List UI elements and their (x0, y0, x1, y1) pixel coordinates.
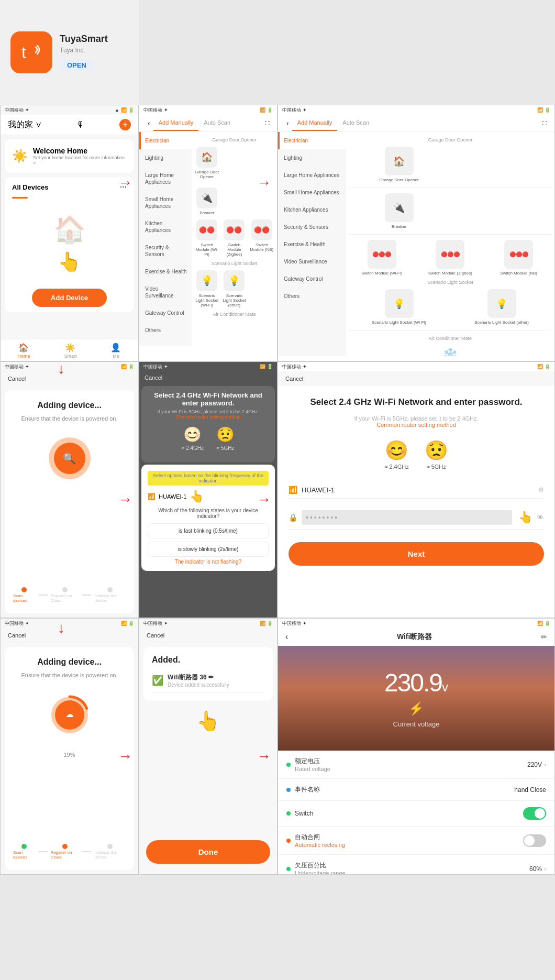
cancel-r2c2-top[interactable]: Cancel (139, 371, 277, 384)
detail-row-switch[interactable]: Switch (278, 801, 554, 827)
step-scan: Scan devices. (13, 587, 36, 603)
cancel-btn-r2c1[interactable]: Cancel (8, 376, 26, 382)
eye-icon-pw[interactable]: 👁 (537, 513, 544, 522)
section-garage-large: Garage Door Opener (349, 135, 551, 145)
device-scenario-wifi[interactable]: 💡 Scenario Light Socket (Wi-Fi) (195, 270, 219, 307)
wifi-right-hint: If your Wi-Fi is 5GHz, please set it to … (288, 415, 544, 428)
wifi-hint-text: If your Wi-Fi is 5GHz, please set it to … (354, 415, 478, 422)
device-breaker[interactable]: 🔌 Breaker (195, 188, 219, 215)
device-swzigbee-large[interactable]: 🔴🔴🔴 Switch Module (Zigbee) (418, 240, 483, 276)
edit-btn-detail[interactable]: ✏ (541, 633, 547, 641)
cat-kitchen-large[interactable]: Kitchen Appliances (278, 201, 346, 218)
freq-sel-good[interactable]: 😊 ≈ 2.4GHz (384, 439, 408, 470)
cat-gateway[interactable]: Gateway Control (139, 304, 192, 322)
step-register-r3c1: Register on Cloud (51, 844, 80, 860)
cancel-btn-r3c2[interactable]: Cancel (147, 632, 164, 638)
wifi-select-screen: 中国移动 ✦ 📶🔋 Cancel Select 2.4 GHz Wi-Fi Ne… (139, 361, 278, 618)
all-devices-title: All Devices (12, 183, 48, 191)
cat-others[interactable]: Others (139, 322, 192, 339)
add-device-button[interactable]: Add Device (32, 289, 107, 307)
tab-auto-scan[interactable]: Auto Scan (198, 115, 236, 131)
cat-exercise-large[interactable]: Exercise & Health (278, 236, 346, 253)
device-breaker-large[interactable]: 🔌 Breaker (349, 193, 449, 229)
add-icon[interactable]: + (119, 119, 131, 130)
wifi-network-row: 📶 HUAWEI-1 ⚙ (288, 481, 544, 499)
sun-icon: ☀️ (12, 149, 28, 163)
device-switch-nb[interactable]: 🔴🔴 Switch Module (NB) (250, 219, 274, 257)
home-selector[interactable]: 我的家 ∨ (8, 119, 42, 130)
chevron-rated: › (544, 761, 546, 768)
cat-small-home-large[interactable]: Small Home Appliances (278, 184, 346, 201)
auto-reclosing-toggle[interactable] (523, 834, 546, 847)
step-line1 (39, 594, 48, 596)
switch-cn: Switch (295, 810, 313, 817)
freq-bad-bg: 😟 ≈ 5GHz (216, 426, 235, 451)
device-swwifi-large[interactable]: 🔴🔴🔴 Switch Module (Wi-Fi) (349, 240, 415, 276)
cancel-btn-r2c3[interactable]: Cancel (285, 376, 303, 382)
step-dot-reg-r3c1 (62, 844, 68, 849)
cat-large-home-large[interactable]: Large Home Appliances (278, 167, 346, 184)
device-switch-wifi[interactable]: 🔴🔴 Switch Module (Wi-Fi) (195, 219, 219, 257)
dot-event (286, 788, 291, 792)
cat-large-home[interactable]: Large Home Appliances (139, 167, 192, 191)
device-scenario-other[interactable]: 💡 Scenario Light Socket (other) (222, 270, 246, 307)
panel-tabs-large: ‹ Add Manually Auto Scan ⛶ (278, 115, 554, 132)
tab-scan-large[interactable]: Auto Scan (337, 115, 374, 131)
device-garage-large[interactable]: 🏠 Garage Door Opener (349, 147, 449, 182)
cat-lighting[interactable]: Lighting (139, 149, 192, 167)
device-list-large: Garage Door Opener 🏠 Garage Door Opener … (346, 132, 554, 356)
wifi-name-r2c3: HUAWEI-1 (302, 486, 335, 494)
tab-manual-large[interactable]: Add Manually (292, 115, 338, 131)
cat-security-large[interactable]: Security & Sensors (278, 218, 346, 236)
done-button[interactable]: Done (146, 840, 270, 864)
all-devices-section: All Devices ··· 🏠 👆 Add Device (5, 177, 134, 312)
back-button-r1c2[interactable]: ‹ (145, 115, 153, 131)
back-button-r1c3[interactable]: ‹ (283, 115, 292, 131)
open-button[interactable]: OPEN (60, 59, 94, 71)
back-btn-detail[interactable]: ‹ (285, 632, 288, 642)
cancel-btn-r3c1[interactable]: Cancel (8, 632, 26, 638)
fullscreen-icon[interactable]: ⛶ (263, 116, 272, 130)
blink-fast-option[interactable]: is fast blinking (0.5s/time) (148, 523, 269, 538)
cat-lighting-large[interactable]: Lighting (278, 149, 346, 167)
nav-home[interactable]: 🏠 Home (17, 343, 30, 359)
cat-gateway-large[interactable]: Gateway Control (278, 270, 346, 288)
mic-icon[interactable]: 🎙 (76, 120, 85, 129)
hand-icon-pw: 👆 (518, 511, 532, 524)
nav-smart[interactable]: ☀️ Smart (64, 343, 76, 359)
detail-row-auto[interactable]: 自动合闸 Automatic reclosing (278, 827, 554, 855)
sad-emoji: 😟 (425, 439, 448, 461)
cat-exercise[interactable]: Exercise & Health (139, 263, 192, 280)
cat-others-large[interactable]: Others (278, 288, 346, 305)
device-swnb-large[interactable]: 🔴🔴🔴 Switch Module (NB) (486, 240, 551, 276)
freq-bad-label-bg: ≈ 5GHz (217, 445, 235, 451)
fullscreen-icon-large[interactable]: ⛶ (540, 116, 549, 130)
cat-electrician-large[interactable]: Electrician (278, 132, 346, 149)
cat-video[interactable]: Video Surveillance (139, 280, 192, 304)
blink-slow-option[interactable]: is slowly blinking (2s/time) (148, 542, 269, 557)
device-scwifi-large[interactable]: 💡 Scenario Light Socket (Wi-Fi) (349, 289, 449, 325)
detail-row-under[interactable]: 欠压百分比 Undervoltage range 60% › (278, 855, 554, 874)
device-placeholder: 🏠 👆 (53, 204, 86, 283)
cat-security[interactable]: Security & Sensors (139, 239, 192, 263)
cat-kitchen[interactable]: Kitchen Appliances (139, 215, 192, 239)
router-link-bg[interactable]: Common router setting method (147, 414, 270, 420)
current-voltage-label: Current voltage (393, 720, 440, 728)
nav-me[interactable]: 👤 Me (110, 343, 121, 359)
detail-row-rated[interactable]: 额定电压 Rated voltage 220V › (278, 751, 554, 779)
not-flashing-link[interactable]: The indicator is not flashing? (148, 559, 269, 565)
next-button[interactable]: Next (288, 542, 544, 566)
cat-video-large[interactable]: Video Surveillance (278, 253, 346, 270)
router-link[interactable]: Common router setting method (376, 422, 456, 428)
switch-toggle[interactable] (523, 807, 546, 820)
cat-small-home[interactable]: Small Home Appliances (139, 191, 192, 215)
divider3 (349, 330, 551, 331)
network-name-modal: HUAWEI-1 (159, 493, 186, 500)
device-scother-large[interactable]: 💡 Scenario Light Socket (other) (452, 289, 551, 325)
cat-electrician[interactable]: Electrician (139, 132, 192, 149)
device-switch-zigbee[interactable]: 🔴🔴 Switch Module (Zigbee) (222, 219, 246, 257)
device-garage-door[interactable]: 🏠 Garage Door Opener (195, 147, 219, 179)
tab-add-manually[interactable]: Add Manually (153, 115, 199, 131)
wifi-settings-icon[interactable]: ⚙ (538, 486, 544, 493)
panel-tabs: ‹ Add Manually Auto Scan ⛶ (139, 115, 277, 132)
